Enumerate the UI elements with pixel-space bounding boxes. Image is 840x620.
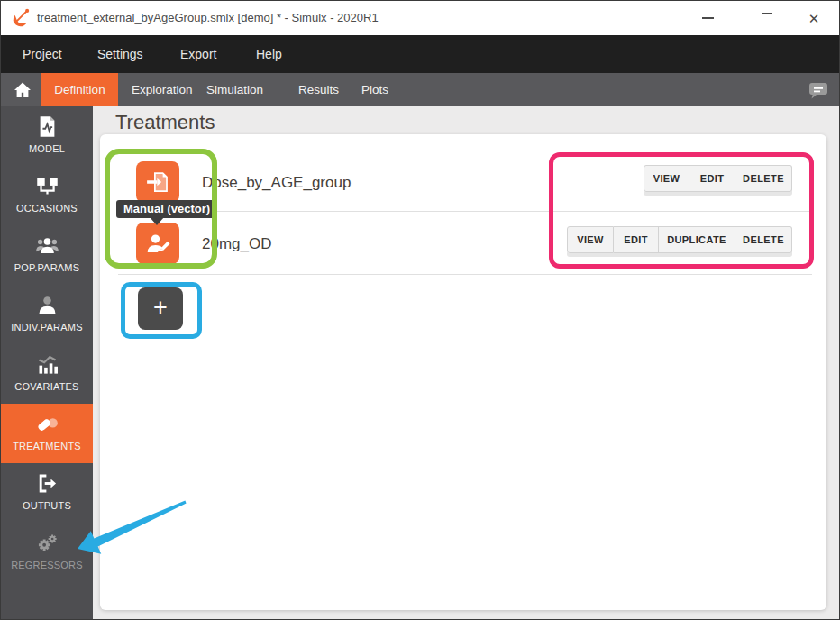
maximize-icon — [762, 13, 772, 23]
tab-definition[interactable]: Definition — [41, 73, 118, 106]
treatment-type-manual-vector-button[interactable] — [136, 223, 179, 264]
tooltip-manual-vector: Manual (vector) — [116, 200, 217, 218]
tooltip-caret — [150, 217, 164, 225]
tab-bar: Definition Exploration Simulation Result… — [1, 73, 839, 106]
main-content: Treatments Dose_by_AGE_group VIEW EDIT D… — [93, 106, 840, 620]
tab-exploration[interactable]: Exploration — [132, 73, 193, 106]
sidebar-item-label: POP.PARAMS — [14, 262, 80, 273]
tab-plots[interactable]: Plots — [361, 73, 388, 106]
menu-project[interactable]: Project — [23, 35, 62, 73]
menu-bar: Project Settings Export Help i 1 — [1, 35, 839, 73]
delete-button[interactable]: DELETE — [735, 226, 792, 253]
sidebar-item-treatments[interactable]: TREATMENTS — [1, 404, 93, 463]
view-button[interactable]: VIEW — [567, 226, 614, 253]
window-title: treatment_external_byAgeGroup.smlx [demo… — [37, 1, 379, 35]
sidebar-item-occasions[interactable]: OCCASIONS — [1, 166, 93, 225]
occasions-icon — [35, 174, 59, 198]
menu-export[interactable]: Export — [180, 35, 216, 73]
treatment-name: Dose_by_AGE_group — [202, 174, 351, 192]
row-divider — [118, 274, 812, 275]
close-icon: ✕ — [808, 12, 820, 25]
sidebar-item-model[interactable]: MODEL — [1, 106, 93, 166]
manual-vector-person-edit-icon — [144, 230, 171, 257]
tab-simulation[interactable]: Simulation — [206, 73, 263, 106]
individual-person-icon — [35, 293, 59, 317]
duplicate-button[interactable]: DUPLICATE — [659, 226, 735, 253]
sidebar: MODEL OCCASIONS POP.PARAMS — [1, 106, 93, 620]
edit-button[interactable]: EDIT — [689, 165, 735, 192]
add-treatment-button[interactable]: + — [138, 287, 183, 330]
sidebar-item-label: INDIV.PARAMS — [11, 322, 82, 333]
edit-button[interactable]: EDIT — [614, 226, 659, 253]
sidebar-item-regressors[interactable]: REGRESSORS — [1, 523, 93, 582]
treatments-pills-icon — [35, 412, 59, 436]
page-title: Treatments — [115, 111, 215, 134]
outputs-export-icon — [35, 471, 59, 496]
sidebar-item-indiv-params[interactable]: INDIV.PARAMS — [1, 285, 93, 344]
menu-help[interactable]: Help — [256, 35, 282, 73]
population-group-icon — [35, 233, 59, 258]
sidebar-item-pop-params[interactable]: POP.PARAMS — [1, 225, 93, 285]
regressors-gears-icon — [35, 531, 59, 555]
home-icon[interactable] — [12, 79, 33, 101]
treatment-type-external-file-button[interactable] — [136, 161, 179, 203]
sidebar-item-label: OUTPUTS — [23, 500, 71, 511]
sidebar-item-label: MODEL — [29, 143, 65, 154]
sidebar-item-label: OCCASIONS — [16, 203, 78, 214]
feedback-chat-icon[interactable] — [807, 79, 830, 101]
treatment-actions-row1: VIEW EDIT DELETE — [644, 165, 792, 192]
treatment-actions-row2: VIEW EDIT DUPLICATE DELETE — [567, 226, 792, 253]
menu-settings[interactable]: Settings — [97, 35, 143, 73]
maximize-button[interactable] — [749, 1, 785, 35]
covariates-chart-icon — [35, 352, 59, 377]
sidebar-item-label: REGRESSORS — [11, 560, 83, 570]
close-button[interactable]: ✕ — [796, 1, 832, 35]
simulx-logo-icon — [8, 6, 32, 30]
sidebar-item-outputs[interactable]: OUTPUTS — [1, 463, 93, 523]
delete-button[interactable]: DELETE — [735, 165, 792, 192]
sidebar-item-label: TREATMENTS — [13, 441, 81, 451]
external-file-icon — [144, 169, 171, 196]
title-bar: treatment_external_byAgeGroup.smlx [demo… — [1, 1, 839, 35]
minimize-icon — [702, 17, 714, 19]
sidebar-item-covariates[interactable]: COVARIATES — [1, 344, 93, 404]
tab-results[interactable]: Results — [298, 73, 339, 106]
model-file-icon — [35, 114, 59, 139]
treatment-name: 20mg_OD — [202, 235, 271, 253]
row-divider — [118, 211, 812, 212]
view-button[interactable]: VIEW — [644, 165, 689, 192]
sidebar-item-label: COVARIATES — [14, 381, 78, 392]
simulx-window: treatment_external_byAgeGroup.smlx [demo… — [0, 0, 840, 620]
minimize-button[interactable] — [689, 1, 726, 35]
